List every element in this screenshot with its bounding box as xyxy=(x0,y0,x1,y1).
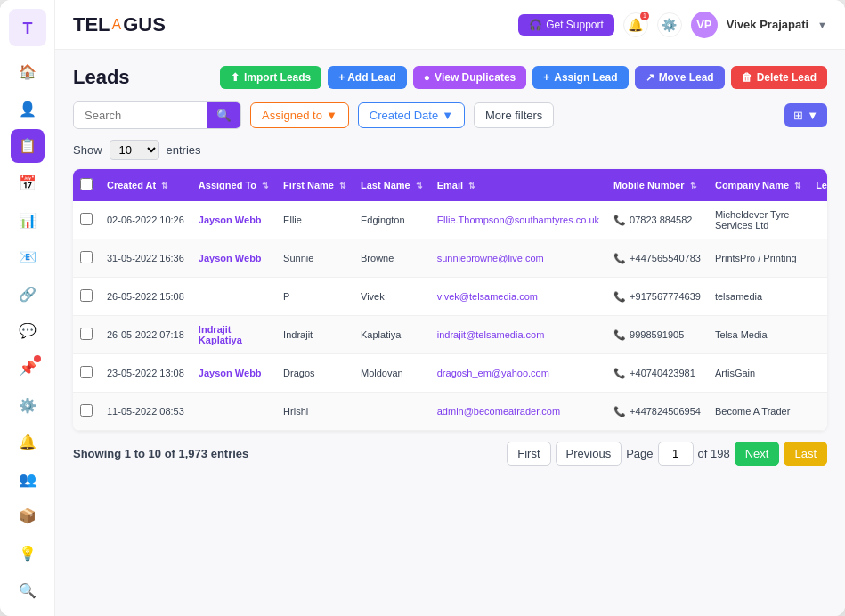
cell-email: admin@becomeatrader.com xyxy=(430,393,606,431)
main-content: TELAGUS 🎧 Get Support 🔔 1 ⚙️ VP Vivek Pr… xyxy=(55,0,845,616)
row-checkbox-0[interactable] xyxy=(80,213,93,225)
email-link[interactable]: Ellie.Thompson@southamtyres.co.uk xyxy=(437,215,599,225)
cell-email: Ellie.Thompson@southamtyres.co.uk xyxy=(430,201,606,239)
cell-last-name: Browne xyxy=(353,239,430,278)
move-icon: ↗ xyxy=(646,71,654,84)
cell-mobile: 📞 9998591905 xyxy=(606,316,708,354)
cell-lead-source xyxy=(808,354,827,393)
sidebar-item-integrations[interactable]: 🔗 xyxy=(11,278,45,312)
show-entries-row: Show 10 25 50 100 entries xyxy=(73,140,827,160)
cell-mobile: 📞 +917567774639 xyxy=(606,278,708,316)
assigned-to-filter[interactable]: Assigned to ▼ xyxy=(250,102,349,128)
select-all-checkbox[interactable] xyxy=(80,178,93,190)
import-leads-button[interactable]: ⬆ Import Leads xyxy=(220,66,321,89)
grid-icon: ⊞ xyxy=(793,109,803,122)
first-page-button[interactable]: First xyxy=(507,442,550,466)
notification-badge xyxy=(34,355,41,362)
email-link[interactable]: dragosh_em@yahoo.com xyxy=(437,368,549,378)
email-link[interactable]: admin@becomeatrader.com xyxy=(437,406,560,417)
chevron-down-icon: ▼ xyxy=(326,109,337,122)
notif-badge: 1 xyxy=(640,12,649,20)
search-input[interactable] xyxy=(74,102,207,128)
delete-lead-button[interactable]: 🗑 Delete Lead xyxy=(731,66,827,89)
email-link[interactable]: indrajit@telsamedia.com xyxy=(437,329,545,340)
sidebar-item-emails[interactable]: 📧 xyxy=(11,240,45,274)
sidebar-item-tasks[interactable]: 📌 xyxy=(11,352,45,385)
row-checkbox-cell xyxy=(73,278,100,316)
phone-icon: 📞 xyxy=(613,253,626,264)
more-filters-button[interactable]: More filters xyxy=(474,102,554,128)
view-duplicates-button[interactable]: ● View Duplicates xyxy=(413,66,526,89)
cell-company: Micheldever Tyre Services Ltd xyxy=(708,201,808,239)
cell-mobile: 📞 +447824506954 xyxy=(606,393,708,431)
assign-icon: + xyxy=(543,71,549,84)
cell-company: Become A Trader xyxy=(708,393,808,431)
table-row: 23-05-2022 13:08 Jayson Webb Dragos Mold… xyxy=(73,354,827,393)
col-email: Email ⇅ xyxy=(430,169,606,201)
row-checkbox-1[interactable] xyxy=(80,251,93,263)
sidebar-item-teams[interactable]: 👥 xyxy=(11,463,45,497)
cell-first-name: Ellie xyxy=(276,201,353,239)
content-area: Leads ⬆ Import Leads + Add Lead ● View D… xyxy=(55,50,845,616)
user-dropdown-icon[interactable]: ▼ xyxy=(817,20,827,30)
sidebar-item-settings[interactable]: ⚙️ xyxy=(11,388,45,422)
logo-text-a: A xyxy=(112,17,122,33)
last-page-button[interactable]: Last xyxy=(784,442,827,466)
col-lead-source: Lead Source ⇅ xyxy=(808,169,827,201)
row-checkbox-cell xyxy=(73,239,100,278)
row-checkbox-2[interactable] xyxy=(80,289,93,302)
col-mobile: Mobile Number ⇅ xyxy=(606,169,708,201)
search-button[interactable]: 🔍 xyxy=(207,102,240,128)
header-checkbox-cell xyxy=(73,169,100,201)
sidebar-item-messages[interactable]: 💬 xyxy=(11,314,45,348)
sidebar-item-contacts[interactable]: 👤 xyxy=(11,93,45,126)
row-checkbox-5[interactable] xyxy=(80,404,93,417)
assign-lead-button[interactable]: + Assign Lead xyxy=(532,66,628,89)
sidebar-item-home[interactable]: 🏠 xyxy=(11,55,45,89)
cell-last-name: Vivek xyxy=(353,278,430,316)
previous-page-button[interactable]: Previous xyxy=(556,442,622,466)
show-label: Show xyxy=(73,143,102,157)
email-link[interactable]: vivek@telsamedia.com xyxy=(437,291,538,302)
col-last-name: Last Name ⇅ xyxy=(353,169,430,201)
cell-first-name: Dragos xyxy=(276,354,353,393)
phone-icon: 📞 xyxy=(613,291,626,303)
pagination-info: Showing 1 to 10 of 1,973 entries xyxy=(73,447,248,460)
support-label: Get Support xyxy=(546,19,604,31)
entries-select[interactable]: 10 25 50 100 xyxy=(110,140,159,160)
view-toggle-button[interactable]: ⊞ ▼ xyxy=(784,103,827,127)
page-number-input[interactable] xyxy=(658,442,694,466)
add-lead-button[interactable]: + Add Lead xyxy=(328,66,407,89)
app-logo: TELAGUS xyxy=(73,13,166,36)
sidebar-item-calendar[interactable]: 📅 xyxy=(11,166,45,200)
sidebar-item-leads[interactable]: 📋 xyxy=(11,129,45,163)
cell-assigned-to: Indrajit Kaplatiya xyxy=(191,316,276,354)
row-checkbox-cell xyxy=(73,354,100,393)
col-company: Company Name ⇅ xyxy=(708,169,808,201)
sidebar-item-search[interactable]: 🔍 xyxy=(11,573,45,607)
cell-last-name: Moldovan xyxy=(353,354,430,393)
cell-last-name: Edgington xyxy=(353,201,430,239)
sidebar-item-ideas[interactable]: 💡 xyxy=(11,537,45,571)
sort-icon-assigned: ⇅ xyxy=(262,182,269,190)
sidebar-item-notifications[interactable]: 🔔 xyxy=(11,426,45,459)
next-page-button[interactable]: Next xyxy=(735,442,780,466)
cell-created-at: 26-05-2022 15:08 xyxy=(100,278,191,316)
svg-text:T: T xyxy=(22,20,32,37)
sidebar-item-products[interactable]: 📦 xyxy=(11,499,45,533)
settings-button[interactable]: ⚙️ xyxy=(657,12,682,37)
move-lead-button[interactable]: ↗ Move Lead xyxy=(635,66,725,89)
sidebar-item-reports[interactable]: 📊 xyxy=(11,203,45,237)
filters-row: 🔍 Assigned to ▼ Created Date ▼ More filt… xyxy=(73,101,827,129)
get-support-button[interactable]: 🎧 Get Support xyxy=(518,14,614,36)
cell-first-name: Hrishi xyxy=(276,393,353,431)
phone-icon: 📞 xyxy=(613,215,626,226)
pagination-row: Showing 1 to 10 of 1,973 entries First P… xyxy=(73,442,827,466)
row-checkbox-4[interactable] xyxy=(80,366,93,378)
row-checkbox-3[interactable] xyxy=(80,328,93,340)
email-link[interactable]: sunniebrowne@live.com xyxy=(437,253,544,263)
row-checkbox-cell xyxy=(73,393,100,431)
notifications-button[interactable]: 🔔 1 xyxy=(623,12,648,37)
cell-email: dragosh_em@yahoo.com xyxy=(430,354,606,393)
created-date-filter[interactable]: Created Date ▼ xyxy=(358,102,465,128)
